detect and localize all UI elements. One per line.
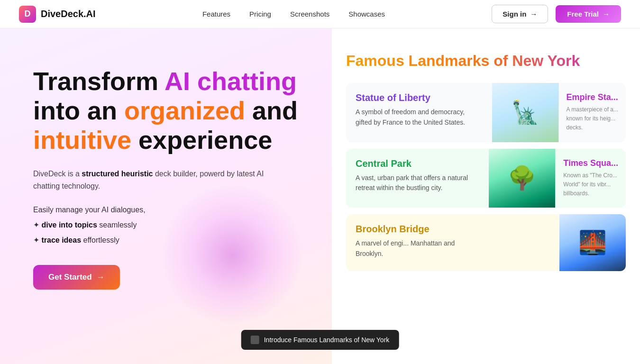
main-container: Transform AI chatting into an organized … [0,28,640,364]
landmark-card-3: Brooklyn Bridge A marvel of engi... Manh… [346,214,626,271]
landmark-name-2: Central Park [356,158,479,169]
toast-text: Introduce Famous Landmarks of New York [264,336,390,344]
sign-in-button[interactable]: Sign in → [492,5,548,23]
landmark-info-2: Central Park A vast, urban park that off… [346,149,489,208]
landmark-desc-3: A marvel of engi... Manhattan and Brookl… [356,238,469,259]
landmark-info-3: Brooklyn Bridge A marvel of engi... Manh… [346,214,559,271]
hero-headline: Transform AI chatting into an organized … [33,66,303,155]
logo-text: DiveDeck.AI [41,9,96,19]
landmark-card-2: Central Park A vast, urban park that off… [346,149,626,208]
nav-pricing[interactable]: Pricing [249,10,271,18]
landmark-name-1: Statue of Liberty [356,92,483,103]
toast-notification: Introduce Famous Landmarks of New York [241,330,399,350]
landmark-img-1: 🗽 [492,83,558,142]
navbar: D DiveDeck.AI Features Pricing Screensho… [0,0,640,28]
nav-screenshots[interactable]: Screenshots [290,10,329,18]
hero-section: Transform AI chatting into an organized … [0,28,332,364]
nav-features[interactable]: Features [202,10,230,18]
logo-icon: D [19,6,36,23]
toast-icon [251,336,259,344]
landmark-img-3: 🌉 [559,214,626,271]
partial-desc-1: A masterpiece of a...known for its heig.… [567,105,618,133]
landmark-desc-1: A symbol of freedom and democracy, gifte… [356,107,469,127]
logo[interactable]: D DiveDeck.AI [19,6,96,23]
showcase-panel: Famous Landmarks of New York Statue of L… [332,28,640,364]
nav-showcases[interactable]: Showcases [348,10,385,18]
landmark-card-1: Statue of Liberty A symbol of freedom an… [346,83,626,142]
landmark-img-2: 🌳 [489,149,555,208]
partial-desc-2: Known as "The Cro...World" for its vibr.… [563,171,618,199]
hero-description: DiveDeck is a structured heuristic deck … [33,168,289,192]
landmark-name-3: Brooklyn Bridge [356,224,550,235]
free-trial-button[interactable]: Free Trial → [556,5,621,23]
partial-title-1: Empire Sta... [567,92,618,102]
get-started-button[interactable]: Get Started → [33,265,120,290]
showcase-title: Famous Landmarks of New York [346,52,626,70]
nav-actions: Sign in → Free Trial → [492,5,621,23]
partial-title-2: Times Squa... [563,158,618,168]
partial-card-2: Times Squa... Known as "The Cro...World"… [555,149,626,208]
hero-sub-text: Easily manage your AI dialogues, ✦ dive … [33,202,303,248]
landmark-desc-2: A vast, urban park that offers a natural… [356,173,469,193]
partial-card-1: Empire Sta... A masterpiece of a...known… [558,83,626,142]
nav-links: Features Pricing Screenshots Showcases [202,10,385,18]
landmark-info-1: Statue of Liberty A symbol of freedom an… [346,83,492,142]
